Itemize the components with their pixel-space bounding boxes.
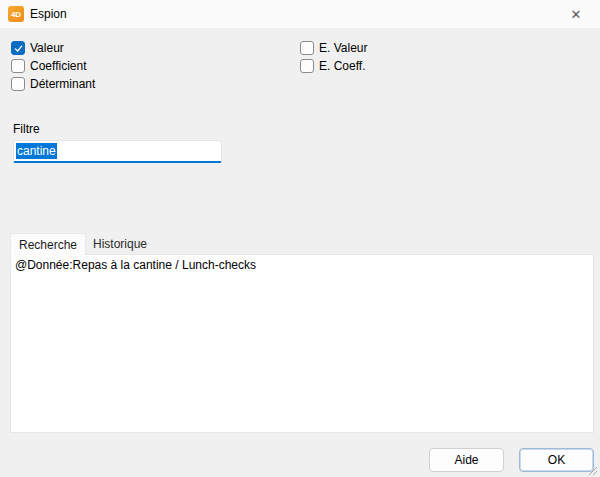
- window-title: Espion: [30, 7, 67, 21]
- checkbox-label: Déterminant: [30, 77, 95, 91]
- checkbox-unchecked-icon[interactable]: [11, 77, 25, 91]
- checkbox-label: E. Valeur: [319, 41, 367, 55]
- app-4d-icon: 4D: [8, 6, 24, 22]
- espion-dialog: 4D Espion ✕ Valeur Coefficient Détermina…: [0, 0, 600, 477]
- checkbox-label: Valeur: [30, 41, 64, 55]
- title-bar: 4D Espion ✕: [0, 0, 600, 28]
- checkbox-unchecked-icon[interactable]: [300, 59, 314, 73]
- checkbox-row-e-coeff[interactable]: E. Coeff.: [300, 58, 365, 74]
- tab-recherche[interactable]: Recherche: [10, 233, 86, 255]
- close-icon[interactable]: ✕: [560, 0, 592, 28]
- ok-button[interactable]: OK: [519, 448, 594, 472]
- checkbox-checked-icon[interactable]: [11, 41, 25, 55]
- checkbox-label: E. Coeff.: [319, 59, 365, 73]
- checkbox-label: Coefficient: [30, 59, 86, 73]
- checkbox-row-coefficient[interactable]: Coefficient: [11, 58, 86, 74]
- help-button[interactable]: Aide: [429, 448, 504, 472]
- checkbox-row-determinant[interactable]: Déterminant: [11, 76, 95, 92]
- resize-grip-icon[interactable]: [588, 465, 598, 475]
- checkbox-row-valeur[interactable]: Valeur: [11, 40, 64, 56]
- filter-label: Filtre: [13, 122, 40, 136]
- filter-input[interactable]: cantine: [13, 140, 222, 163]
- checkbox-row-e-valeur[interactable]: E. Valeur: [300, 40, 367, 56]
- list-item[interactable]: @Donnée:Repas à la cantine / Lunch-check…: [11, 255, 593, 274]
- tab-label: Recherche: [19, 238, 77, 252]
- checkbox-unchecked-icon[interactable]: [11, 59, 25, 73]
- checkbox-unchecked-icon[interactable]: [300, 41, 314, 55]
- results-listbox[interactable]: @Donnée:Repas à la cantine / Lunch-check…: [10, 254, 594, 433]
- tab-historique[interactable]: Historique: [86, 233, 154, 255]
- filter-input-selected-text: cantine: [16, 143, 57, 159]
- tab-label: Historique: [93, 237, 147, 251]
